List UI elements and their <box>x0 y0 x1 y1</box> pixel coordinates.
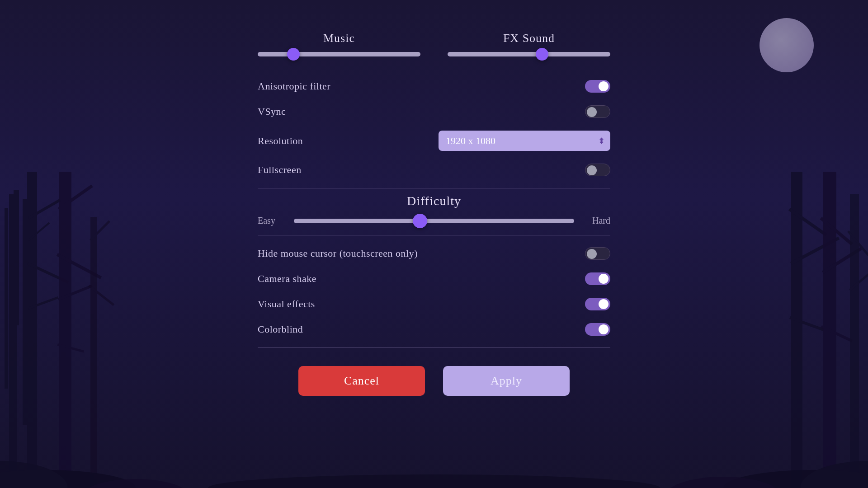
colorblind-toggle[interactable] <box>585 323 610 336</box>
fxsound-slider[interactable] <box>448 50 610 59</box>
music-slider-track <box>258 52 420 56</box>
camera-shake-toggle[interactable] <box>585 272 610 285</box>
difficulty-slider-track <box>294 219 574 223</box>
hard-label: Hard <box>583 216 610 226</box>
difficulty-section: Difficulty Easy Hard <box>258 194 610 230</box>
svg-rect-3 <box>27 172 37 488</box>
settings-panel: Music FX Sound Anisotropic filter <box>231 23 637 409</box>
anisotropic-filter-label: Anisotropic filter <box>258 80 330 92</box>
gameplay-settings: Hide mouse cursor (touchscreen only) Cam… <box>258 241 610 342</box>
cancel-button[interactable]: Cancel <box>298 366 425 396</box>
separator-2 <box>258 188 610 188</box>
visual-effects-toggle[interactable] <box>585 298 610 310</box>
fullscreen-knob <box>587 165 597 175</box>
music-section: Music <box>258 32 420 59</box>
anisotropic-filter-toggle[interactable] <box>585 80 610 93</box>
colorblind-knob <box>599 324 609 334</box>
resolution-select-wrapper: 868 x 488 1280 x 720 2560 x 1440 3840 … <box>439 131 610 151</box>
separator-4 <box>258 347 610 348</box>
svg-rect-2 <box>14 190 19 325</box>
audio-section: Music FX Sound <box>258 32 610 59</box>
hide-cursor-toggle[interactable] <box>585 247 610 260</box>
svg-rect-17 <box>791 172 802 488</box>
camera-shake-label: Camera shake <box>258 273 316 285</box>
vsync-label: VSync <box>258 106 286 117</box>
fxsound-label: FX Sound <box>503 32 555 45</box>
easy-label: Easy <box>258 216 285 226</box>
visual-effects-label: Visual effects <box>258 298 315 310</box>
vsync-row: VSync <box>258 99 610 124</box>
resolution-label: Resolution <box>258 135 303 147</box>
hide-cursor-label: Hide mouse cursor (touchscreen only) <box>258 248 418 259</box>
fullscreen-label: Fullscreen <box>258 164 302 176</box>
fxsound-section: FX Sound <box>448 32 610 59</box>
display-settings: Anisotropic filter VSync Resolution 1920… <box>258 74 610 183</box>
fullscreen-row: Fullscreen <box>258 157 610 183</box>
separator-1 <box>258 68 610 68</box>
svg-rect-1 <box>5 208 8 389</box>
camera-shake-row: Camera shake <box>258 266 610 291</box>
difficulty-slider[interactable] <box>294 216 574 225</box>
svg-point-31 <box>0 461 68 488</box>
fxsound-slider-thumb[interactable] <box>536 48 548 61</box>
svg-rect-4 <box>23 199 27 425</box>
moon <box>760 18 814 72</box>
apply-button[interactable]: Apply <box>443 366 570 396</box>
fxsound-slider-track <box>448 52 610 56</box>
difficulty-title: Difficulty <box>258 194 610 208</box>
hide-cursor-knob <box>587 249 597 259</box>
buttons-row: Cancel Apply <box>258 359 610 396</box>
svg-rect-9 <box>59 172 71 488</box>
resolution-row: Resolution 868 x 488 1280 x 720 2560 x… <box>258 124 610 157</box>
anisotropic-filter-row: Anisotropic filter <box>258 74 610 99</box>
colorblind-label: Colorblind <box>258 324 303 335</box>
anisotropic-filter-knob <box>599 81 609 91</box>
vsync-toggle[interactable] <box>585 105 610 118</box>
hide-cursor-row: Hide mouse cursor (touchscreen only) <box>258 241 610 266</box>
camera-shake-knob <box>599 274 609 284</box>
svg-point-30 <box>208 474 660 488</box>
difficulty-slider-thumb[interactable] <box>413 214 427 228</box>
colorblind-row: Colorblind <box>258 317 610 342</box>
music-label: Music <box>323 32 355 45</box>
fullscreen-toggle[interactable] <box>585 164 610 176</box>
visual-effects-knob <box>599 299 609 309</box>
svg-rect-14 <box>90 217 97 488</box>
resolution-select[interactable]: 868 x 488 1280 x 720 2560 x 1440 3840 … <box>439 131 610 151</box>
music-slider[interactable] <box>258 50 420 59</box>
music-slider-thumb[interactable] <box>287 48 300 61</box>
svg-point-34 <box>800 461 868 488</box>
visual-effects-row: Visual effects <box>258 291 610 317</box>
separator-3 <box>258 235 610 235</box>
vsync-knob <box>587 107 597 117</box>
difficulty-slider-row: Easy Hard <box>258 212 610 230</box>
